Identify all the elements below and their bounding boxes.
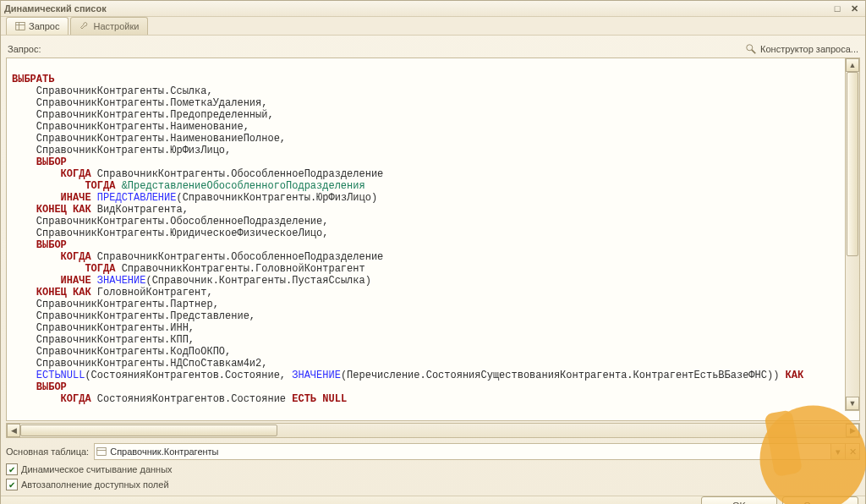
scroll-thumb[interactable] bbox=[847, 72, 858, 256]
combo-clear-icon[interactable]: ✕ bbox=[845, 444, 859, 459]
tab-query-label: Запрос bbox=[29, 21, 59, 31]
code-horizontal-scrollbar[interactable]: ◀ ▶ bbox=[6, 423, 860, 438]
scroll-right-icon[interactable]: ▶ bbox=[846, 424, 859, 437]
autofill-checkbox[interactable]: ✔ Автозаполнение доступных полей bbox=[6, 479, 860, 490]
query-textarea[interactable]: ВЫБРАТЬ СправочникКонтрагенты.Ссылка, Сп… bbox=[6, 58, 860, 421]
window-close-icon[interactable]: ✕ bbox=[847, 2, 862, 15]
dynamic-read-label: Динамическое считывание данных bbox=[21, 464, 173, 474]
combo-dropdown-icon[interactable]: ▾ bbox=[830, 444, 845, 459]
checkmark-icon: ✔ bbox=[6, 479, 18, 490]
magnifier-icon bbox=[745, 43, 757, 55]
svg-line-4 bbox=[752, 50, 755, 53]
svg-point-3 bbox=[747, 45, 753, 51]
tab-query[interactable]: Запрос bbox=[6, 17, 69, 35]
window-maximize-icon[interactable]: □ bbox=[830, 2, 845, 15]
query-label: Запрос: bbox=[8, 44, 41, 54]
ok-button[interactable]: OK bbox=[701, 496, 777, 504]
tab-settings-label: Настройки bbox=[93, 21, 139, 31]
autofill-label: Автозаполнение доступных полей bbox=[21, 479, 169, 490]
tab-settings[interactable]: Настройки bbox=[70, 17, 148, 35]
content-header: Запрос: Конструктор запроса... bbox=[6, 39, 860, 58]
checkmark-icon: ✔ bbox=[6, 463, 18, 475]
scroll-down-icon[interactable]: ▼ bbox=[846, 397, 859, 410]
code-vertical-scrollbar[interactable]: ▲ ▼ bbox=[845, 58, 860, 411]
svg-rect-0 bbox=[16, 23, 25, 30]
titlebar: Динамический список □ ✕ bbox=[1, 1, 865, 17]
tabs: Запрос Настройки bbox=[1, 17, 865, 36]
main-table-value: Справочник.Контрагенты bbox=[108, 446, 830, 457]
main-table-row: Основная таблица: Справочник.Контрагенты… bbox=[6, 443, 860, 460]
content: Запрос: Конструктор запроса... ВЫБРАТЬ С… bbox=[1, 36, 865, 496]
main-table-label: Основная таблица: bbox=[6, 446, 89, 457]
table-icon bbox=[15, 21, 25, 31]
form-rows: Основная таблица: Справочник.Контрагенты… bbox=[6, 443, 860, 490]
scroll-left-icon[interactable]: ◀ bbox=[7, 424, 20, 437]
svg-rect-5 bbox=[97, 448, 107, 456]
scroll-up-icon[interactable]: ▲ bbox=[846, 58, 859, 72]
table-icon bbox=[95, 446, 108, 457]
constructor-link-label: Конструктор запроса... bbox=[760, 44, 858, 54]
dynamic-read-checkbox[interactable]: ✔ Динамическое считывание данных bbox=[6, 463, 860, 475]
wrench-icon bbox=[79, 21, 90, 31]
window-title: Динамический список bbox=[4, 1, 107, 16]
main-table-combo[interactable]: Справочник.Контрагенты ▾ ✕ bbox=[94, 443, 860, 460]
bottom-bar: OK Отмена bbox=[1, 496, 865, 504]
dynamic-list-window: Динамический список □ ✕ Запрос Настройки… bbox=[0, 0, 866, 504]
scroll-thumb-h[interactable] bbox=[20, 425, 277, 436]
cancel-button[interactable]: Отмена bbox=[782, 496, 858, 504]
open-constructor-button[interactable]: Конструктор запроса... bbox=[745, 43, 858, 55]
